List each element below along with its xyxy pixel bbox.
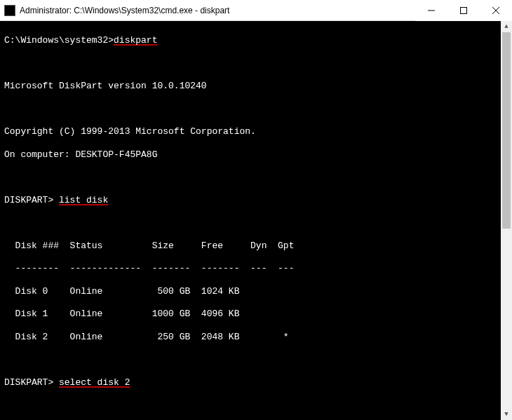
- window-controls: [415, 0, 512, 21]
- diskpart-prompt: DISKPART>: [4, 377, 59, 388]
- scrollbar-thumb[interactable]: [502, 32, 511, 229]
- terminal-output[interactable]: C:\Windows\system32>diskpart Microsoft D…: [0, 21, 512, 420]
- diskpart-prompt: DISKPART>: [4, 195, 59, 206]
- svg-rect-1: [461, 7, 467, 13]
- disk-row: Disk 0 Online 500 GB 1024 KB: [4, 286, 508, 297]
- copyright-line: Copyright (C) 1999-2013 Microsoft Corpor…: [4, 126, 508, 137]
- computer-line: On computer: DESKTOP-F45PA8G: [4, 149, 508, 161]
- maximize-button[interactable]: [447, 0, 480, 21]
- cmd-list-disk: list disk: [59, 195, 108, 206]
- version-line: Microsoft DiskPart version 10.0.10240: [4, 81, 508, 92]
- titlebar: Administrator: C:\Windows\System32\cmd.e…: [0, 0, 512, 21]
- close-button[interactable]: [480, 0, 512, 21]
- disk-row: Disk 1 Online 1000 GB 4096 KB: [4, 309, 508, 320]
- cmd-icon: [4, 5, 15, 16]
- disk-header: Disk ### Status Size Free Dyn Gpt: [4, 241, 508, 252]
- scrollbar-down-button[interactable]: ▼: [501, 409, 512, 420]
- disk-sep: -------- ------------- ------- ------- -…: [4, 263, 508, 274]
- cmd-diskpart: diskpart: [114, 35, 157, 46]
- scrollbar[interactable]: ▲ ▼: [501, 21, 512, 420]
- titlebar-left: Administrator: C:\Windows\System32\cmd.e…: [4, 5, 229, 16]
- minimize-button[interactable]: [415, 0, 447, 21]
- scrollbar-up-button[interactable]: ▲: [501, 21, 512, 32]
- window-title: Administrator: C:\Windows\System32\cmd.e…: [20, 6, 229, 15]
- disk-row: Disk 2 Online 250 GB 2048 KB *: [4, 332, 508, 343]
- prompt-path: C:\Windows\system32>: [4, 35, 114, 46]
- cmd-select-disk: select disk 2: [59, 377, 130, 388]
